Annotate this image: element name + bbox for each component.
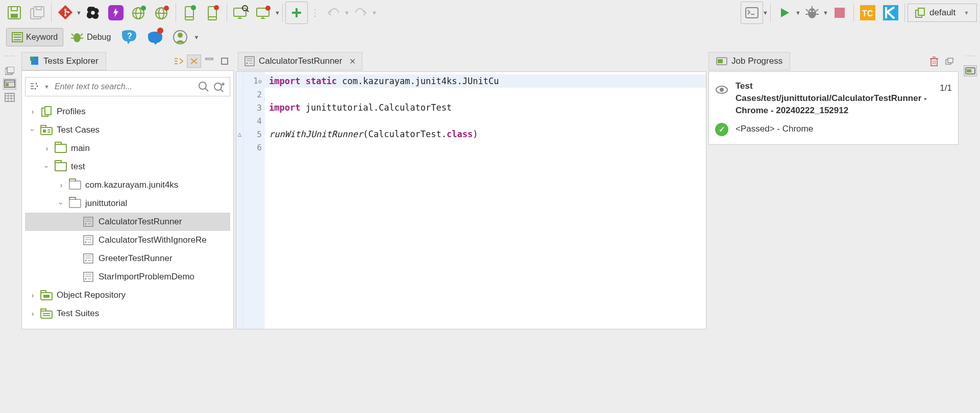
job-count: 1/1 [940, 83, 952, 93]
tree-tc4[interactable]: StarImportProblemDemo [25, 268, 230, 286]
copy-icon [915, 8, 925, 18]
svg-line-54 [71, 34, 74, 36]
tree-label: Test Cases [57, 125, 100, 135]
svg-point-92 [85, 223, 87, 225]
run-button[interactable] [773, 2, 796, 24]
git-dropdown-icon[interactable]: ▼ [76, 10, 81, 16]
tree-tc2[interactable]: CalculatorTestWithIgnoreRe [25, 231, 230, 249]
tests-explorer-tab[interactable]: Tests Explorer [21, 52, 106, 70]
tree-pkg2[interactable]: › junittutorial [25, 194, 230, 213]
tree-label: CalculatorTestWithIgnoreRe [99, 235, 207, 245]
filter-icon[interactable] [30, 82, 40, 91]
redo-button[interactable] [350, 2, 372, 24]
save-all-button[interactable] [26, 2, 48, 24]
pass-icon: ✓ [715, 123, 728, 136]
tree-label: Object Repository [57, 290, 126, 300]
svg-point-75 [35, 88, 36, 90]
delete-icon[interactable] [927, 55, 941, 68]
svg-point-34 [265, 6, 271, 11]
web-record-green-icon[interactable] [128, 2, 150, 24]
tree-label: com.kazurayam.junit4ks [85, 180, 178, 190]
tree-main[interactable]: › main [25, 139, 230, 158]
code-editor[interactable]: △ 1⊖ 23456 import static com.kazurayam.j… [236, 71, 706, 329]
profile-icon[interactable] [169, 26, 191, 48]
svg-rect-129 [948, 58, 953, 63]
tree-suites[interactable]: › Test Suites [25, 304, 230, 323]
desktop-record-icon[interactable] [253, 2, 275, 24]
job-progress-tab[interactable]: Job Progress [708, 52, 790, 70]
self-healing-icon[interactable] [105, 2, 127, 24]
desktop-dropdown-icon[interactable]: ▼ [275, 10, 280, 16]
gutter-icon-1[interactable] [3, 65, 16, 76]
search-add-icon[interactable] [213, 81, 226, 92]
tree-objrepo[interactable]: › Object Repository [25, 286, 230, 304]
tests-explorer-panel: Tests Explorer ▼ › Profile [19, 49, 236, 329]
svg-line-55 [81, 34, 83, 36]
code-body[interactable]: import static com.kazurayam.junit4ks.JUn… [265, 72, 706, 329]
help-icon[interactable]: ? [118, 26, 140, 48]
svg-point-74 [37, 86, 38, 87]
eye-icon[interactable] [715, 83, 728, 96]
tree-test[interactable]: › test [25, 158, 230, 176]
svg-rect-89 [84, 217, 93, 226]
web-record-red-icon[interactable] [151, 2, 173, 24]
svg-point-102 [85, 260, 87, 262]
mobile-record-green-icon[interactable] [179, 2, 201, 24]
tree-testcases[interactable]: › Test Cases [25, 121, 230, 139]
editor-panel: CalculatorTestRunner ✕ △ 1⊖ 23456 import… [236, 49, 706, 329]
debug-toolbar-button[interactable]: Debug [66, 29, 115, 45]
job-progress-panel: Job Progress Test Cases/test/junittutori… [706, 49, 961, 329]
k-icon[interactable] [879, 2, 902, 24]
editor-tab-title: CalculatorTestRunner [259, 56, 342, 66]
job-body: Test Cases/test/junittutorial/Calculator… [708, 71, 959, 145]
debug-run-dropdown[interactable]: ▼ [823, 10, 828, 16]
svg-point-10 [91, 11, 94, 14]
browser-selector[interactable]: default ▼ [908, 4, 977, 22]
terminal-dropdown[interactable]: ▼ [763, 10, 768, 16]
tc-icon[interactable]: TC [856, 2, 879, 24]
mobile-record-red-icon[interactable] [202, 2, 224, 24]
editor-tab[interactable]: CalculatorTestRunner ✕ [238, 52, 362, 70]
tree-label: test [71, 162, 85, 172]
search-input[interactable] [54, 82, 194, 92]
link-editor-icon[interactable] [172, 55, 186, 68]
tree-pkg1[interactable]: › com.kazurayam.junit4ks [25, 176, 230, 194]
tree-tc1[interactable]: CalculatorTestRunner [25, 213, 230, 231]
close-icon[interactable]: ✕ [349, 57, 356, 66]
run-dropdown[interactable]: ▼ [795, 10, 800, 16]
svg-rect-122 [718, 59, 723, 63]
tree-tc3[interactable]: GreeterTestRunner [25, 249, 230, 268]
svg-line-44 [816, 9, 818, 11]
sync-icon[interactable] [187, 55, 201, 68]
svg-rect-112 [41, 311, 52, 318]
gutter-icon-2[interactable] [3, 79, 16, 90]
gutter-icon-3[interactable] [3, 92, 16, 103]
desktop-spy-icon[interactable] [230, 2, 252, 24]
add-button[interactable] [285, 2, 308, 24]
openai-icon[interactable] [82, 2, 104, 24]
progress-icon [716, 57, 727, 65]
right-gutter-icon[interactable] [964, 65, 977, 76]
search-icon[interactable] [198, 81, 209, 92]
notification-icon[interactable] [143, 26, 166, 48]
svg-line-77 [205, 88, 208, 91]
tree-profiles[interactable]: › Profiles [25, 102, 230, 121]
maximize-icon[interactable] [217, 55, 232, 68]
save-button[interactable] [3, 2, 26, 24]
debug-button[interactable] [801, 2, 823, 24]
terminal-icon[interactable] [741, 2, 763, 24]
git-icon[interactable] [54, 2, 77, 24]
undo-button[interactable] [322, 2, 345, 24]
stop-button[interactable] [828, 2, 851, 24]
svg-rect-47 [835, 8, 845, 18]
restore-icon[interactable] [942, 55, 957, 68]
svg-line-30 [247, 10, 249, 12]
explorer-title: Tests Explorer [43, 56, 99, 66]
redo-dropdown[interactable]: ▼ [372, 10, 377, 16]
keyword-button[interactable]: Keyword [6, 28, 63, 46]
minimize-icon[interactable] [202, 55, 216, 68]
profile-dropdown[interactable]: ▼ [193, 34, 199, 40]
svg-rect-84 [41, 127, 52, 135]
left-gutter: ∙∙∙∙ [0, 49, 19, 329]
undo-dropdown[interactable]: ▼ [344, 10, 349, 16]
